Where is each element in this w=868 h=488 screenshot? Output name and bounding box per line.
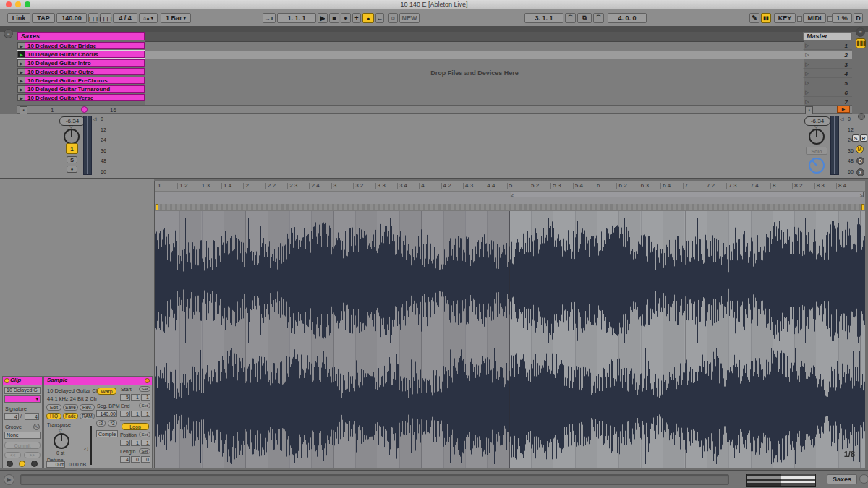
midi-map-button[interactable]: MIDI xyxy=(803,13,826,23)
clip-name[interactable]: 10 Delayed Guitar Turnaround xyxy=(25,85,145,93)
clip-name[interactable]: 10 Delayed Guitar Chorus xyxy=(25,51,145,58)
track-title[interactable]: Saxes xyxy=(17,32,145,40)
clip-name-field[interactable]: 10 Delayed G xyxy=(4,387,41,394)
play-button[interactable]: ▶ xyxy=(318,13,328,23)
punch-in-icon[interactable]: ⌒ xyxy=(565,13,576,23)
arrangement-position-display[interactable]: 1. 1. 1 xyxy=(277,13,316,23)
clip-play-icon[interactable]: ▶ xyxy=(17,85,25,93)
position-bar-field[interactable]: 5 xyxy=(120,440,130,446)
detune-field[interactable]: 0 ct xyxy=(46,461,65,468)
double-tempo-button[interactable]: *2 xyxy=(108,420,117,427)
end-beat-field[interactable]: 1 xyxy=(131,411,140,417)
automation-arm-button[interactable]: ● xyxy=(362,13,374,23)
start-set-button[interactable]: Set xyxy=(139,386,150,392)
sample-start-flag-icon[interactable] xyxy=(156,204,158,210)
key-map-button[interactable]: KEY xyxy=(774,13,796,23)
returns-section-toggle[interactable]: R xyxy=(860,134,867,142)
position-sixteenth-field[interactable]: 1 xyxy=(141,440,150,446)
clip-slot[interactable]: ▶ 10 Delayed Guitar Turnaround xyxy=(17,85,145,93)
scene-row[interactable]: ▷4 xyxy=(803,70,852,78)
clip-play-icon[interactable]: ▶ xyxy=(17,68,25,75)
clip-play-icon[interactable]: ▶ xyxy=(17,59,25,67)
scene-row-selected[interactable]: ▷2 xyxy=(803,51,852,59)
end-set-button[interactable]: Set xyxy=(139,403,150,408)
clip-slot[interactable]: ▶ 10 Delayed Guitar PreChorus xyxy=(17,77,145,84)
session-grid[interactable]: Drop Files and Devices Here xyxy=(145,32,804,114)
clip-play-icon[interactable]: ▶ xyxy=(17,77,25,84)
record-button[interactable]: ● xyxy=(341,13,351,23)
clip-name[interactable]: 10 Delayed Guitar Bridge xyxy=(25,42,145,49)
clip-play-icon[interactable]: ▶ xyxy=(17,51,25,58)
clip-name[interactable]: 10 Delayed Guitar Outro xyxy=(25,68,145,75)
scene-row[interactable]: ▷1 xyxy=(803,42,852,50)
signature-denominator-field[interactable]: 4 xyxy=(25,413,39,420)
position-beat-field[interactable]: 1 xyxy=(131,440,140,446)
clip-slot[interactable]: ▶ 10 Delayed Guitar Verse xyxy=(17,94,145,101)
clip-overview[interactable] xyxy=(746,474,816,487)
master-solo-button[interactable]: Solo xyxy=(806,147,827,155)
time-signature-field[interactable]: 4 / 4 xyxy=(113,13,137,23)
nudge-forward-button[interactable]: >> xyxy=(24,452,41,458)
draw-mode-button[interactable]: ✎ xyxy=(749,13,760,23)
seg-bpm-field[interactable]: 140.00 xyxy=(96,410,117,417)
half-tempo-button[interactable]: :2 xyxy=(96,420,106,427)
loop-length-display[interactable]: 4. 0. 0 xyxy=(608,13,647,23)
scene-row[interactable]: ▷5 xyxy=(803,80,852,87)
scene-play-icon[interactable]: ▷ xyxy=(803,80,812,86)
nudge-back-button[interactable]: << xyxy=(4,452,21,458)
arm-button[interactable]: ● xyxy=(67,166,77,173)
clip-tab-envelope-icon[interactable] xyxy=(31,461,38,467)
clip-play-icon[interactable]: ▶ xyxy=(17,94,25,101)
selected-track-button[interactable]: Saxes xyxy=(827,474,857,484)
stop-button[interactable]: ■ xyxy=(329,13,339,23)
sends-section-toggle[interactable]: S xyxy=(852,134,859,142)
stop-all-clips-button[interactable]: ▪ xyxy=(805,106,813,114)
horizontal-scrollbar[interactable] xyxy=(20,474,729,485)
clip-slot[interactable]: ▶ 10 Delayed Guitar Intro xyxy=(17,59,145,67)
warp-mode-chooser[interactable]: Comple▾ xyxy=(96,430,118,437)
commit-groove-button[interactable]: Commit xyxy=(4,442,41,449)
clip-slot[interactable]: ▶ 10 Delayed Guitar Outro xyxy=(17,68,145,75)
re-enable-automation-button[interactable]: ○ xyxy=(388,13,398,23)
warp-marker-strip[interactable] xyxy=(155,204,865,211)
hiq-button[interactable]: HiQ xyxy=(46,413,61,419)
disk-overload-indicator[interactable]: D xyxy=(854,13,863,23)
scene-play-icon[interactable]: ▷ xyxy=(803,61,812,67)
start-bar-field[interactable]: 5 xyxy=(120,394,130,401)
computer-midi-keyboard-button[interactable]: ▮▮ xyxy=(761,13,771,23)
capture-new-button[interactable]: NEW xyxy=(399,13,420,23)
track-pan-knob[interactable] xyxy=(64,129,80,145)
clip-play-icon[interactable]: ▶ xyxy=(17,42,25,49)
scene-play-icon[interactable]: ▷ xyxy=(803,99,812,105)
quantization-menu[interactable]: 1 Bar▾ xyxy=(161,13,191,23)
clip-color-chooser[interactable]: ▾ xyxy=(4,395,41,403)
io-chooser-toggle-icon[interactable]: ≡ xyxy=(4,29,13,38)
punch-out-icon[interactable]: ⌒ xyxy=(593,13,604,23)
track-delay-section-toggle[interactable]: D xyxy=(856,157,864,165)
tap-tempo-button[interactable]: TAP xyxy=(32,13,55,23)
master-pan-knob[interactable] xyxy=(809,129,825,145)
fade-button[interactable]: Fade xyxy=(63,413,78,419)
overdub-button[interactable]: + xyxy=(352,13,361,23)
selected-scene-row[interactable] xyxy=(145,51,804,59)
crossfader-section-toggle[interactable]: X xyxy=(856,168,864,176)
master-title[interactable]: Master xyxy=(803,32,852,40)
loop-switch[interactable]: ⧉ xyxy=(577,13,592,23)
tempo-field[interactable]: 140.00 xyxy=(56,13,87,23)
back-to-arrangement-button[interactable]: ← xyxy=(375,13,384,23)
warp-button[interactable]: Warp xyxy=(97,388,116,395)
solo-button[interactable]: S xyxy=(67,156,77,163)
clip-name[interactable]: 10 Delayed Guitar PreChorus xyxy=(25,77,145,84)
session-view-toggle-icon[interactable]: ▮▮▮ xyxy=(856,38,866,48)
clip-slot[interactable]: ▶ 10 Delayed Guitar Bridge xyxy=(17,42,145,49)
ram-button[interactable]: RAM xyxy=(80,413,95,419)
waveform-display[interactable] xyxy=(155,211,865,468)
mixer-section-toggle[interactable]: M xyxy=(856,145,864,153)
signature-numerator-field[interactable]: 4 xyxy=(4,413,19,420)
reverse-button[interactable]: Rev. xyxy=(80,404,95,411)
crossfader-knob[interactable] xyxy=(809,158,825,174)
clip-gain-slider[interactable] xyxy=(90,426,92,465)
length-sixteenth-field[interactable]: 0 xyxy=(141,456,150,463)
length-beat-field[interactable]: 0 xyxy=(131,456,140,463)
length-bar-field[interactable]: 4 xyxy=(120,456,130,463)
